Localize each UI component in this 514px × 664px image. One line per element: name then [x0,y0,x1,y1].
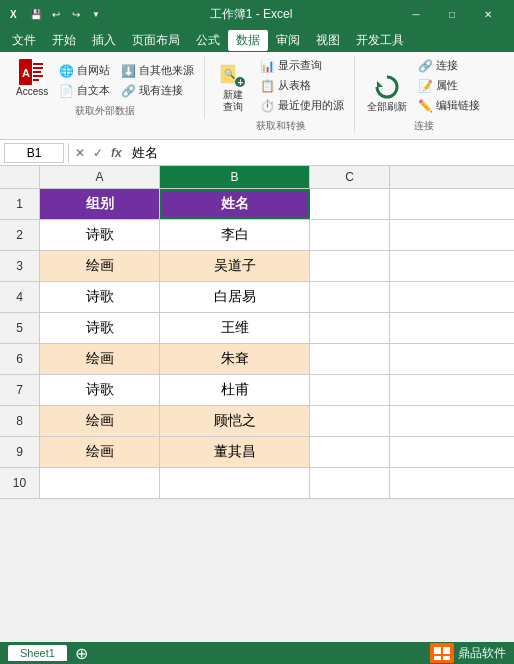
row-num-6[interactable]: 6 [0,344,40,374]
workbook-title: 工作簿1 - Excel [104,6,398,23]
menu-file[interactable]: 文件 [4,30,44,51]
existing-connections-button[interactable]: 🔗 现有连接 [116,81,198,100]
excel-logo-icon: X [8,6,24,22]
from-table-button[interactable]: 📋 从表格 [255,76,348,95]
cancel-icon[interactable]: ✕ [73,146,87,160]
cell-c10[interactable] [310,468,390,498]
redo-icon[interactable]: ↪ [68,6,84,22]
cell-b1[interactable]: 姓名 [160,189,310,219]
access-button[interactable]: A Access [12,56,52,100]
customize-icon[interactable]: ▼ [88,6,104,22]
cell-c7[interactable] [310,375,390,405]
cell-c2[interactable] [310,220,390,250]
cell-a7[interactable]: 诗歌 [40,375,160,405]
menu-home[interactable]: 开始 [44,30,84,51]
function-icon[interactable]: fx [109,146,124,160]
col-header-a[interactable]: A [40,166,160,188]
properties-icon: 📝 [417,79,433,93]
menu-view[interactable]: 视图 [308,30,348,51]
table-row: 5 诗歌 王维 [0,313,514,344]
cell-b4[interactable]: 白居易 [160,282,310,312]
menu-layout[interactable]: 页面布局 [124,30,188,51]
properties-button[interactable]: 📝 属性 [413,76,484,95]
cell-b8[interactable]: 顾恺之 [160,406,310,436]
cell-a1[interactable]: 组别 [40,189,160,219]
undo-icon[interactable]: ↩ [48,6,64,22]
row-num-5[interactable]: 5 [0,313,40,343]
logo-area: 鼎品软件 [430,643,506,663]
add-sheet-button[interactable]: ⊕ [75,644,88,663]
from-table-icon: 📋 [259,79,275,93]
new-query-button[interactable]: 🔍 + 新建查询 [213,59,253,115]
svg-rect-7 [33,71,41,73]
save-icon[interactable]: 💾 [28,6,44,22]
text-button[interactable]: 📄 自文本 [54,81,114,100]
table-row: 10 [0,468,514,499]
cell-a10[interactable] [40,468,160,498]
row-num-4[interactable]: 4 [0,282,40,312]
recent-sources-button[interactable]: ⏱️ 最近使用的源 [255,96,348,115]
connections-label: 连接 [436,58,458,73]
col-header-b[interactable]: B [160,166,310,188]
web-button[interactable]: 🌐 自网站 [54,61,114,80]
cell-b2[interactable]: 李白 [160,220,310,250]
other-sources-button[interactable]: ⬇️ 自其他来源 [116,61,198,80]
cell-c9[interactable] [310,437,390,467]
cell-c8[interactable] [310,406,390,436]
web-label: 自网站 [77,63,110,78]
menu-developer[interactable]: 开发工具 [348,30,412,51]
new-query-label: 新建查询 [223,89,243,113]
connections-button[interactable]: 🔗 连接 [413,56,484,75]
cell-b5[interactable]: 王维 [160,313,310,343]
row-num-8[interactable]: 8 [0,406,40,436]
row-num-10[interactable]: 10 [0,468,40,498]
row-num-9[interactable]: 9 [0,437,40,467]
svg-text:X: X [10,9,17,20]
cell-a6[interactable]: 绘画 [40,344,160,374]
cell-a5[interactable]: 诗歌 [40,313,160,343]
cell-a2[interactable]: 诗歌 [40,220,160,250]
cell-c4[interactable] [310,282,390,312]
cell-b6[interactable]: 朱耷 [160,344,310,374]
svg-rect-5 [33,63,43,65]
row-num-3[interactable]: 3 [0,251,40,281]
refresh-all-icon [373,73,401,101]
cell-c5[interactable] [310,313,390,343]
row-num-2[interactable]: 2 [0,220,40,250]
show-query-button[interactable]: 📊 显示查询 [255,56,348,75]
cell-a4[interactable]: 诗歌 [40,282,160,312]
refresh-all-button[interactable]: 全部刷新 [363,71,411,115]
cell-a8[interactable]: 绘画 [40,406,160,436]
cell-b10[interactable] [160,468,310,498]
name-box[interactable] [4,143,64,163]
menu-formula[interactable]: 公式 [188,30,228,51]
formula-input[interactable] [128,145,510,160]
table-row: 1 组别 姓名 [0,189,514,220]
row-num-1[interactable]: 1 [0,189,40,219]
logo-icon [430,643,454,663]
menu-review[interactable]: 审阅 [268,30,308,51]
confirm-icon[interactable]: ✓ [91,146,105,160]
cell-c6[interactable] [310,344,390,374]
ribbon-col-access: A Access [12,56,52,100]
connections-icon: 🔗 [417,59,433,73]
cell-c3[interactable] [310,251,390,281]
existing-connections-icon: 🔗 [120,84,136,98]
svg-text:+: + [238,77,244,88]
maximize-button[interactable]: □ [434,0,470,28]
col-header-c[interactable]: C [310,166,390,188]
edit-links-button[interactable]: ✏️ 编辑链接 [413,96,484,115]
menu-data[interactable]: 数据 [228,30,268,51]
menu-insert[interactable]: 插入 [84,30,124,51]
row-num-7[interactable]: 7 [0,375,40,405]
sheet-tab[interactable]: Sheet1 [8,645,67,661]
close-button[interactable]: ✕ [470,0,506,28]
cell-a3[interactable]: 绘画 [40,251,160,281]
minimize-button[interactable]: ─ [398,0,434,28]
cell-c1[interactable] [310,189,390,219]
cell-a9[interactable]: 绘画 [40,437,160,467]
svg-text:🔍: 🔍 [224,68,236,80]
cell-b3[interactable]: 吴道子 [160,251,310,281]
cell-b9[interactable]: 董其昌 [160,437,310,467]
cell-b7[interactable]: 杜甫 [160,375,310,405]
